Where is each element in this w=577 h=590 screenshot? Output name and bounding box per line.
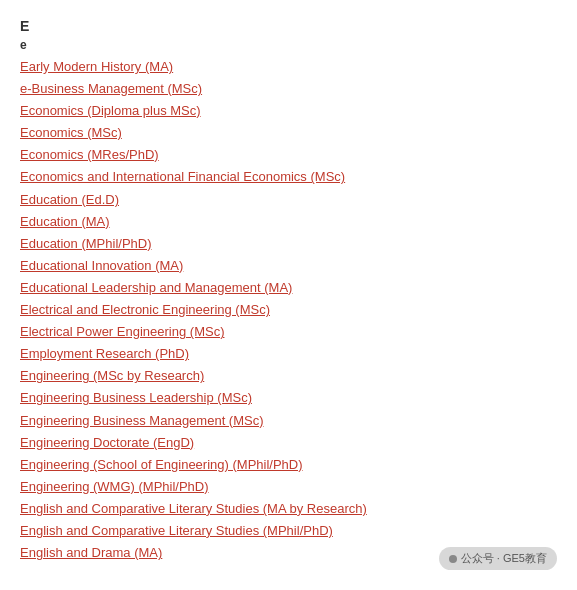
list-item[interactable]: Employment Research (PhD) [20, 343, 557, 365]
list-item[interactable]: Economics (MSc) [20, 122, 557, 144]
list-item[interactable]: Education (MPhil/PhD) [20, 233, 557, 255]
list-item[interactable]: Education (MA) [20, 211, 557, 233]
list-item[interactable]: Engineering Business Leadership (MSc) [20, 387, 557, 409]
list-item[interactable]: Electrical and Electronic Engineering (M… [20, 299, 557, 321]
list-item[interactable]: Education (Ed.D) [20, 189, 557, 211]
list-item[interactable]: Engineering (WMG) (MPhil/PhD) [20, 476, 557, 498]
list-item[interactable]: English and Comparative Literary Studies… [20, 520, 557, 542]
list-item[interactable]: English and Comparative Literary Studies… [20, 498, 557, 520]
list-item[interactable]: e-Business Management (MSc) [20, 78, 557, 100]
watermark-text: 公众号 · GE5教育 [461, 551, 547, 566]
list-item[interactable]: Economics (Diploma plus MSc) [20, 100, 557, 122]
list-item[interactable]: Economics and International Financial Ec… [20, 166, 557, 188]
links-list: Early Modern History (MA)e-Business Mana… [20, 56, 557, 564]
list-item[interactable]: Electrical Power Engineering (MSc) [20, 321, 557, 343]
section-header: E [20, 18, 557, 34]
list-item[interactable]: Engineering Business Management (MSc) [20, 410, 557, 432]
list-item[interactable]: Economics (MRes/PhD) [20, 144, 557, 166]
list-item[interactable]: Early Modern History (MA) [20, 56, 557, 78]
watermark-icon [449, 555, 457, 563]
list-item[interactable]: Engineering Doctorate (EngD) [20, 432, 557, 454]
list-item[interactable]: Engineering (MSc by Research) [20, 365, 557, 387]
watermark: 公众号 · GE5教育 [439, 547, 557, 570]
list-item[interactable]: Engineering (School of Engineering) (MPh… [20, 454, 557, 476]
list-item[interactable]: Educational Innovation (MA) [20, 255, 557, 277]
sub-section-header: e [20, 38, 557, 52]
list-item[interactable]: Educational Leadership and Management (M… [20, 277, 557, 299]
